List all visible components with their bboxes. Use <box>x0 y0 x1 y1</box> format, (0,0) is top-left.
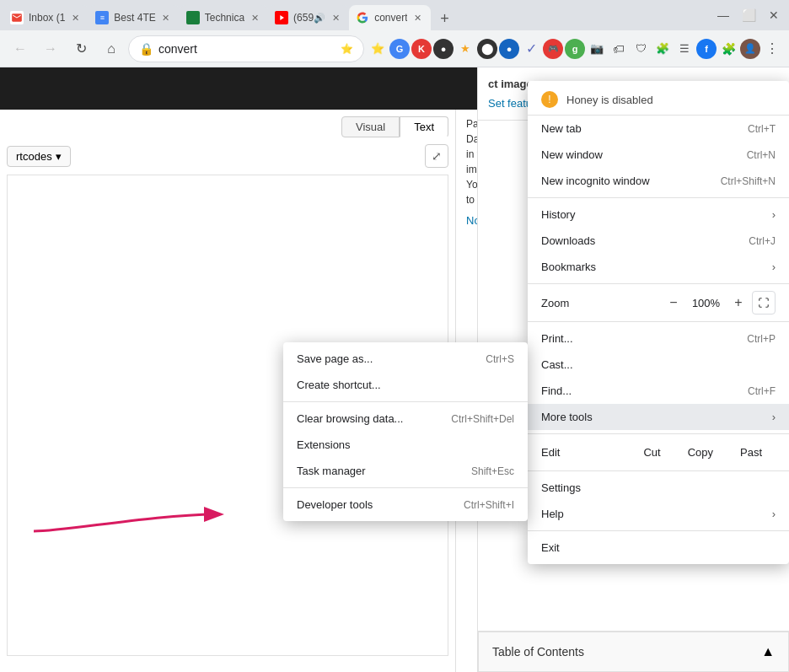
divider-5 <box>528 470 789 471</box>
menu-item-exit[interactable]: Exit <box>528 535 789 561</box>
settings-label: Settings <box>541 481 776 494</box>
menu-item-downloads[interactable]: Downloads Ctrl+J <box>528 228 789 254</box>
new-window-shortcut: Ctrl+N <box>747 149 776 161</box>
sub-divider-1 <box>283 401 528 402</box>
help-arrow: › <box>772 508 776 520</box>
history-arrow: › <box>772 208 776 221</box>
divider-6 <box>528 530 789 531</box>
create-shortcut-label: Create shortcut... <box>297 379 514 391</box>
sub-menu-save-page[interactable]: Save page as... Ctrl+S <box>283 346 528 372</box>
menu-item-bookmarks[interactable]: Bookmarks › <box>528 254 789 280</box>
divider-2 <box>528 283 789 284</box>
new-incognito-label: New incognito window <box>541 175 704 187</box>
extensions-label: Extensions <box>297 438 514 451</box>
downloads-label: Downloads <box>541 234 732 247</box>
menu-item-settings[interactable]: Settings <box>528 475 789 501</box>
find-shortcut: Ctrl+F <box>748 385 776 397</box>
cut-button[interactable]: Cut <box>630 441 674 464</box>
bookmarks-label: Bookmarks <box>541 261 755 273</box>
menu-item-find[interactable]: Find... Ctrl+F <box>528 378 789 404</box>
cast-label: Cast... <box>541 358 759 371</box>
divider-3 <box>528 321 789 322</box>
zoom-minus[interactable]: − <box>660 291 687 314</box>
more-tools-arrow: › <box>772 411 776 423</box>
new-window-label: New window <box>541 148 730 161</box>
save-page-shortcut: Ctrl+S <box>486 353 514 365</box>
edit-row: Edit Cut Copy Past <box>528 438 789 467</box>
chrome-main-menu: ! Honey is disabled New tab Ctrl+T New w… <box>528 81 789 564</box>
menu-item-new-incognito[interactable]: New incognito window Ctrl+Shift+N <box>528 168 789 194</box>
sub-menu-clear-browsing[interactable]: Clear browsing data... Ctrl+Shift+Del <box>283 406 528 432</box>
sub-menu: Save page as... Ctrl+S Create shortcut..… <box>283 342 528 521</box>
task-manager-shortcut: Shift+Esc <box>471 465 514 477</box>
history-label: History <box>541 208 755 221</box>
menu-item-cast[interactable]: Cast... <box>528 352 789 378</box>
copy-button[interactable]: Copy <box>674 441 727 464</box>
help-label: Help <box>541 508 772 520</box>
task-manager-label: Task manager <box>297 465 454 477</box>
developer-tools-shortcut: Ctrl+Shift+I <box>464 499 514 511</box>
zoom-value: 100% <box>687 297 725 309</box>
menu-item-new-window[interactable]: New window Ctrl+N <box>528 142 789 168</box>
menu-item-history[interactable]: History › <box>528 202 789 228</box>
clear-browsing-shortcut: Ctrl+Shift+Del <box>451 413 514 425</box>
context-menu-overlay: ! Honey is disabled New tab Ctrl+T New w… <box>0 0 789 672</box>
exit-label: Exit <box>541 541 776 554</box>
developer-tools-label: Developer tools <box>297 498 447 511</box>
menu-item-more-tools[interactable]: More tools › <box>528 404 789 430</box>
bookmarks-arrow: › <box>772 261 776 273</box>
honey-message: Honey is disabled <box>566 94 653 106</box>
sub-menu-extensions[interactable]: Extensions <box>283 432 528 458</box>
new-tab-label: New tab <box>541 122 731 135</box>
honey-bar: ! Honey is disabled <box>528 84 789 116</box>
find-label: Find... <box>541 384 731 397</box>
save-page-label: Save page as... <box>297 352 469 365</box>
more-tools-label: More tools <box>541 411 772 423</box>
zoom-expand-button[interactable] <box>752 291 776 314</box>
print-label: Print... <box>541 332 730 345</box>
sub-menu-developer-tools[interactable]: Developer tools Ctrl+Shift+I <box>283 492 528 518</box>
menu-item-print[interactable]: Print... Ctrl+P <box>528 325 789 352</box>
zoom-control: Zoom − 100% + <box>528 288 789 318</box>
sub-menu-task-manager[interactable]: Task manager Shift+Esc <box>283 458 528 484</box>
sub-divider-2 <box>283 487 528 488</box>
divider-4 <box>528 433 789 434</box>
paste-button[interactable]: Past <box>727 441 776 464</box>
zoom-label: Zoom <box>541 297 660 309</box>
new-tab-shortcut: Ctrl+T <box>748 123 776 135</box>
clear-browsing-label: Clear browsing data... <box>297 412 434 425</box>
new-incognito-shortcut: Ctrl+Shift+N <box>721 175 776 187</box>
print-shortcut: Ctrl+P <box>747 333 776 345</box>
browser-window: Inbox (1 ✕ ≡ Best 4TE ✕ Technica ✕ (659 … <box>0 0 789 672</box>
honey-icon: ! <box>541 91 558 108</box>
edit-label: Edit <box>541 446 630 459</box>
downloads-shortcut: Ctrl+J <box>749 235 776 247</box>
menu-item-new-tab[interactable]: New tab Ctrl+T <box>528 116 789 142</box>
zoom-plus[interactable]: + <box>725 291 752 314</box>
sub-menu-create-shortcut[interactable]: Create shortcut... <box>283 372 528 398</box>
divider-1 <box>528 197 789 198</box>
menu-item-help[interactable]: Help › <box>528 501 789 527</box>
